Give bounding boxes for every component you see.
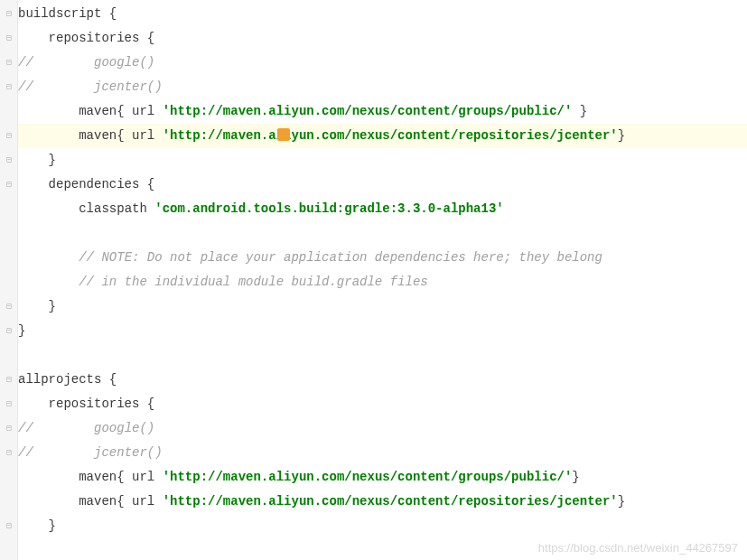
brace: { [147, 31, 154, 45]
identifier: url [132, 128, 163, 143]
comment-slash: // [18, 445, 33, 460]
code-line-blank [18, 221, 747, 246]
code-line: maven{ url 'http://maven.aliyun.com/nexu… [18, 490, 747, 514]
string-literal: iyun.com/nexus/content/repositories/jcen… [284, 128, 618, 143]
comment-text: jcenter() [94, 445, 163, 460]
fold-icon[interactable]: ⊟ [2, 2, 16, 26]
identifier: classpath [79, 201, 154, 216]
code-line: ⊟ repositories { [18, 26, 747, 51]
indent [18, 128, 79, 143]
code-line: ⊟ } [18, 294, 747, 319]
code-line: ⊟} [18, 319, 747, 343]
comment-slash: // [18, 421, 33, 435]
code-line-blank [18, 343, 747, 368]
code-line: ⊟ } [18, 514, 747, 538]
brace: { [109, 6, 117, 21]
fold-icon[interactable]: ⊟ [2, 368, 16, 392]
fold-icon[interactable]: ⊟ [2, 26, 16, 51]
string-literal: 'http://maven.al [163, 128, 284, 143]
code-line: ⊟ dependencies { [18, 173, 747, 197]
code-line: ⊟ repositories { [18, 392, 747, 416]
fold-icon[interactable]: ⊟ [2, 514, 16, 538]
brace: } [49, 299, 56, 313]
brace: } [618, 494, 625, 509]
brace: { [117, 128, 132, 143]
keyword: repositories [49, 397, 147, 411]
brace: } [618, 128, 625, 143]
watermark-text: https://blog.csdn.net/weixin_44267597 [538, 541, 738, 555]
code-line: ⊟// google() [18, 416, 747, 441]
indent [18, 518, 49, 533]
fold-icon[interactable]: ⊟ [2, 75, 16, 99]
indent [18, 299, 49, 313]
code-line: maven{ url 'http://maven.aliyun.com/nexu… [18, 465, 747, 490]
indent [18, 104, 79, 118]
indent [18, 177, 49, 191]
fold-icon[interactable]: ⊟ [2, 294, 16, 319]
brace: { [117, 470, 132, 484]
identifier: url [132, 470, 163, 484]
indent [33, 55, 94, 70]
indent [18, 397, 49, 411]
keyword: buildscript [18, 6, 109, 21]
code-line: ⊟buildscript { [18, 2, 747, 26]
string-literal: 'http://maven.aliyun.com/nexus/content/g… [163, 470, 573, 484]
code-line: maven{ url 'http://maven.aliyun.com/nexu… [18, 99, 747, 124]
code-line: ⊟// jcenter() [18, 75, 747, 99]
fold-icon[interactable]: ⊟ [2, 392, 16, 416]
brace: { [147, 397, 154, 411]
fold-icon[interactable]: ⊟ [2, 148, 16, 173]
comment-slash: // [18, 79, 33, 94]
keyword: dependencies [49, 177, 147, 191]
brace: } [49, 518, 56, 533]
comment-text: // NOTE: Do not place your application d… [79, 250, 602, 265]
brace: } [572, 470, 579, 484]
indent [18, 201, 79, 216]
identifier: url [132, 494, 163, 509]
indent [33, 445, 94, 460]
brace: } [18, 323, 25, 338]
comment-text: google() [94, 55, 154, 70]
indent [18, 153, 49, 167]
code-line: // NOTE: Do not place your application d… [18, 246, 747, 270]
fold-icon[interactable]: ⊟ [2, 51, 16, 75]
code-line-highlighted: ⊟ maven{ url 'http://maven.aliyun.com/ne… [18, 124, 747, 148]
comment-text: jcenter() [94, 79, 163, 94]
string-literal: 'http://maven.aliyun.com/nexus/content/r… [163, 494, 618, 509]
code-line: ⊟allprojects { [18, 368, 747, 392]
fold-icon[interactable]: ⊟ [2, 441, 16, 465]
identifier: maven [79, 470, 117, 484]
brace: } [49, 153, 56, 167]
indent [33, 79, 94, 94]
brace: { [117, 494, 132, 509]
fold-icon[interactable]: ⊟ [2, 416, 16, 441]
warning-icon[interactable] [277, 128, 290, 141]
comment-text: google() [94, 421, 154, 435]
code-line: // in the individual module build.gradle… [18, 270, 747, 294]
code-line: classpath 'com.android.tools.build:gradl… [18, 197, 747, 221]
code-line: ⊟ } [18, 148, 747, 173]
identifier: url [132, 104, 163, 118]
code-line: ⊟// google() [18, 51, 747, 75]
keyword: allprojects [18, 372, 109, 387]
brace: { [109, 372, 117, 387]
fold-icon[interactable]: ⊟ [2, 124, 16, 148]
string-literal: 'http://maven.aliyun.com/nexus/content/g… [163, 104, 573, 118]
code-editor[interactable]: ⊟buildscript { ⊟ repositories { ⊟// goog… [18, 0, 747, 540]
indent [18, 31, 49, 45]
indent [18, 250, 79, 265]
indent [18, 470, 79, 484]
comment-slash: // [18, 55, 33, 70]
fold-icon[interactable]: ⊟ [2, 319, 16, 343]
identifier: maven [79, 494, 117, 509]
keyword: repositories [49, 31, 147, 45]
comment-text: // in the individual module build.gradle… [79, 275, 427, 289]
indent [33, 421, 94, 435]
string-literal: 'com.android.tools.build:gradle:3.3.0-al… [154, 201, 503, 216]
indent [18, 494, 79, 509]
fold-icon[interactable]: ⊟ [2, 173, 16, 197]
brace: { [147, 177, 154, 191]
code-line: ⊟// jcenter() [18, 441, 747, 465]
brace: { [117, 104, 132, 118]
brace: } [572, 104, 587, 118]
